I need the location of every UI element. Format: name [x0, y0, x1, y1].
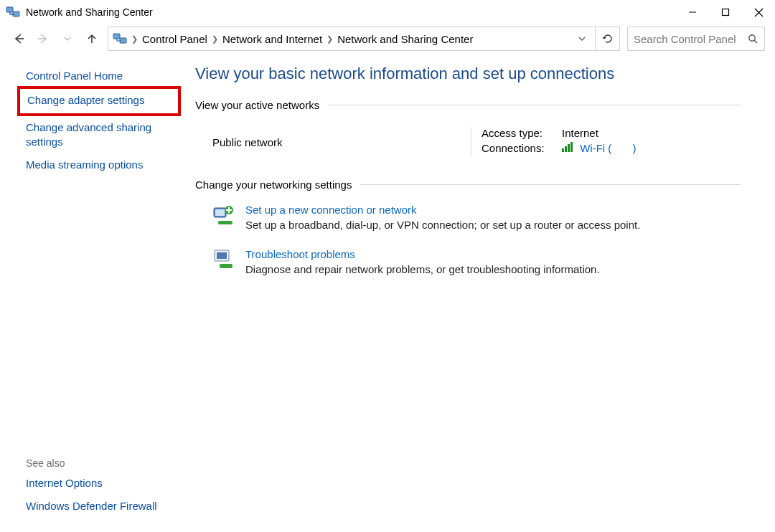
see-also-heading: See also	[26, 457, 172, 469]
troubleshoot-link[interactable]: Troubleshoot problems	[245, 248, 600, 260]
divider	[360, 184, 741, 185]
svg-rect-13	[215, 209, 225, 216]
highlight-change-adapter: Change adapter settings	[17, 86, 181, 115]
search-input[interactable]: Search Control Panel	[627, 27, 765, 51]
address-bar[interactable]: ❯ Control Panel ❯ Network and Internet ❯…	[108, 27, 596, 51]
breadcrumb-network-sharing[interactable]: Network and Sharing Center	[337, 33, 473, 45]
svg-rect-17	[218, 221, 232, 224]
chevron-right-icon[interactable]: ❯	[212, 34, 218, 44]
wifi-signal-icon	[562, 142, 573, 152]
new-connection-icon	[212, 204, 235, 227]
address-dropdown[interactable]	[573, 34, 591, 43]
back-button[interactable]	[10, 30, 27, 47]
divider	[328, 105, 741, 105]
svg-rect-19	[217, 252, 227, 259]
network-type-label: Public network	[212, 136, 283, 148]
troubleshoot-item: Troubleshoot problems Diagnose and repai…	[195, 242, 741, 287]
connection-link[interactable]: Wi-Fi ( )	[580, 142, 636, 154]
sidebar: Control Panel Home Change adapter settin…	[0, 53, 187, 532]
access-type-value: Internet	[562, 127, 598, 139]
toolbar: ❯ Control Panel ❯ Network and Internet ❯…	[0, 24, 775, 53]
minimize-button[interactable]	[676, 1, 709, 24]
sidebar-media-streaming[interactable]: Media streaming options	[26, 158, 172, 172]
sidebar-windows-defender-firewall[interactable]: Windows Defender Firewall	[26, 499, 172, 513]
page-heading: View your basic network information and …	[195, 65, 741, 83]
network-center-icon	[113, 32, 127, 45]
troubleshoot-desc: Diagnose and repair network problems, or…	[245, 263, 600, 275]
connections-label: Connections:	[482, 142, 562, 154]
svg-line-11	[754, 40, 757, 43]
main-content: View your basic network information and …	[187, 53, 775, 532]
section-label: Change your networking settings	[195, 179, 352, 191]
svg-rect-8	[113, 34, 120, 39]
breadcrumb-network-internet[interactable]: Network and Internet	[222, 33, 322, 45]
svg-point-10	[749, 34, 755, 40]
sidebar-internet-options[interactable]: Internet Options	[26, 476, 172, 490]
network-center-icon	[6, 5, 20, 19]
svg-rect-20	[220, 264, 232, 268]
active-networks-header: View your active networks	[195, 99, 741, 111]
refresh-button[interactable]	[596, 27, 620, 51]
search-placeholder: Search Control Panel	[634, 33, 748, 45]
setup-new-connection-link[interactable]: Set up a new connection or network	[245, 204, 640, 216]
setup-new-connection-desc: Set up a broadband, dial-up, or VPN conn…	[245, 219, 640, 231]
section-label: View your active networks	[195, 99, 319, 111]
sidebar-change-advanced-sharing[interactable]: Change advanced sharing settings	[26, 120, 172, 150]
recent-dropdown[interactable]	[59, 30, 76, 47]
sidebar-control-panel-home[interactable]: Control Panel Home	[26, 69, 172, 83]
chevron-right-icon[interactable]: ❯	[131, 34, 138, 44]
change-settings-header: Change your networking settings	[195, 179, 741, 191]
access-type-label: Access type:	[482, 127, 562, 139]
sidebar-change-adapter-settings[interactable]: Change adapter settings	[27, 93, 171, 108]
active-network-panel: Public network Access type: Internet Con…	[195, 118, 741, 173]
search-icon	[748, 34, 758, 44]
breadcrumb-control-panel[interactable]: Control Panel	[142, 33, 207, 45]
svg-rect-3	[723, 9, 729, 16]
window-titlebar: Network and Sharing Center	[0, 0, 775, 24]
troubleshoot-icon	[212, 248, 235, 271]
close-button[interactable]	[742, 1, 775, 24]
maximize-button[interactable]	[709, 1, 742, 24]
chevron-right-icon[interactable]: ❯	[327, 34, 333, 44]
setup-new-connection-item: Set up a new connection or network Set u…	[195, 198, 741, 242]
up-button[interactable]	[83, 30, 100, 47]
svg-rect-0	[6, 7, 13, 12]
forward-button[interactable]	[34, 30, 52, 47]
window-title: Network and Sharing Center	[26, 6, 153, 18]
